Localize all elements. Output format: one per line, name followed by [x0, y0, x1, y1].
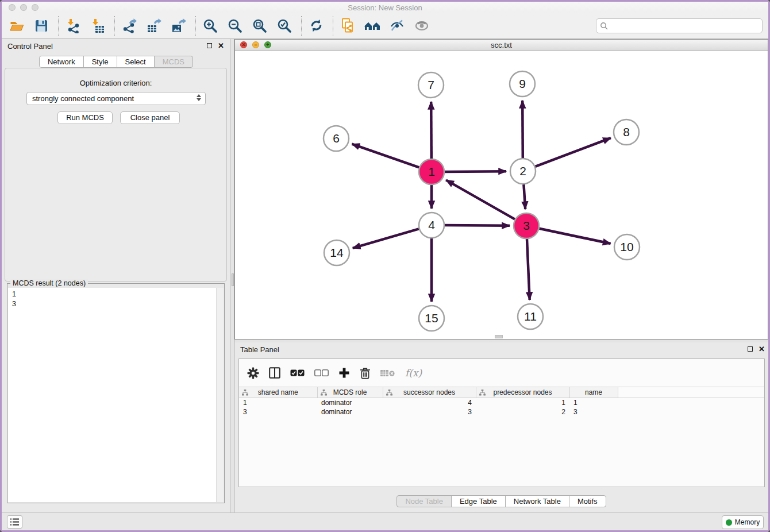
- import-table-icon[interactable]: [88, 17, 107, 35]
- duplicate-network-icon[interactable]: [338, 17, 357, 35]
- tab-mcds[interactable]: MCDS: [154, 56, 193, 68]
- zoom-selected-icon[interactable]: [275, 17, 294, 35]
- table-tab-node-table[interactable]: Node Table: [396, 495, 452, 507]
- graph-edge-3-10[interactable]: [540, 229, 611, 244]
- import-network-icon[interactable]: [64, 17, 82, 35]
- select-all-icon[interactable]: [290, 365, 305, 380]
- graph-node-2[interactable]: 2: [510, 159, 536, 184]
- network-overview-home-icon[interactable]: [363, 17, 382, 35]
- export-network-icon[interactable]: [120, 17, 138, 35]
- cell-shared-name[interactable]: 3: [239, 407, 317, 417]
- deselect-all-icon[interactable]: [314, 365, 329, 380]
- toolbar-separator: [333, 16, 333, 36]
- vertical-splitter[interactable]: [230, 39, 234, 512]
- table-tab-motifs[interactable]: Motifs: [569, 495, 606, 507]
- zoom-fit-icon[interactable]: [251, 17, 269, 35]
- column-header-mcds-role[interactable]: MCDS role: [317, 387, 383, 398]
- result-scrollbar[interactable]: [216, 288, 224, 502]
- column-header-successor-nodes[interactable]: successor nodes: [383, 387, 476, 398]
- cell-successor-nodes[interactable]: 4: [383, 398, 476, 407]
- export-image-icon[interactable]: [170, 17, 188, 35]
- toolbar-separator: [301, 16, 302, 36]
- graph-edge-2-8[interactable]: [536, 138, 611, 167]
- svg-text:10: 10: [620, 240, 633, 253]
- close-table-panel-icon[interactable]: ✕: [759, 345, 765, 353]
- graph-edge-4-3[interactable]: [445, 225, 510, 226]
- toolbar-separator: [195, 16, 196, 36]
- column-header-name[interactable]: name: [569, 387, 618, 398]
- graph-edge-1-7[interactable]: [431, 102, 432, 159]
- toggle-graphics-details-icon[interactable]: [388, 17, 406, 35]
- zoom-in-icon[interactable]: [201, 17, 220, 35]
- svg-text:15: 15: [425, 311, 438, 325]
- refresh-layout-icon[interactable]: [307, 17, 325, 35]
- save-session-icon[interactable]: [32, 17, 51, 35]
- svg-text:1: 1: [428, 165, 435, 178]
- settings-gear-icon[interactable]: [247, 365, 259, 380]
- zoom-out-icon[interactable]: [226, 17, 244, 35]
- graph-edge-3-11[interactable]: [527, 239, 530, 300]
- graph-node-9[interactable]: 9: [510, 71, 535, 97]
- table-panel: Table Panel ✕: [234, 342, 768, 512]
- column-header-shared-name[interactable]: shared name: [239, 387, 317, 398]
- tab-style[interactable]: Style: [83, 56, 117, 68]
- network-canvas[interactable]: 7968124314101511: [235, 51, 768, 339]
- cell-predecessor-nodes[interactable]: 2: [476, 407, 569, 417]
- cell-predecessor-nodes[interactable]: 1: [476, 398, 569, 407]
- close-panel-icon[interactable]: ✕: [218, 41, 224, 50]
- graph-node-8[interactable]: 8: [614, 119, 639, 145]
- delete-table-icon[interactable]: [380, 365, 395, 380]
- criterion-dropdown[interactable]: strongly connected component: [26, 92, 206, 105]
- column-header-predecessor-nodes[interactable]: predecessor nodes: [476, 387, 569, 398]
- delete-row-icon[interactable]: [360, 365, 371, 380]
- table-tab-network-table[interactable]: Network Table: [505, 495, 569, 507]
- open-session-icon[interactable]: [7, 17, 26, 35]
- cell-name[interactable]: 3: [569, 407, 618, 417]
- canvas-scroll-handle[interactable]: [495, 335, 503, 338]
- graph-node-11[interactable]: 11: [518, 304, 543, 329]
- graph-node-1[interactable]: 1: [419, 159, 444, 184]
- graph-node-15[interactable]: 15: [419, 306, 444, 331]
- table-tab-edge-table[interactable]: Edge Table: [451, 495, 506, 507]
- control-panel-tabs: NetworkStyleSelectMCDS: [2, 56, 230, 68]
- graph-edge-4-14[interactable]: [353, 229, 419, 248]
- add-row-icon[interactable]: [338, 365, 350, 380]
- tab-select[interactable]: Select: [117, 56, 155, 68]
- splitter-handle[interactable]: [232, 273, 234, 286]
- run-mcds-button[interactable]: Run MCDS: [57, 111, 113, 124]
- search-field[interactable]: [596, 18, 763, 33]
- cell-successor-nodes[interactable]: 3: [383, 407, 476, 417]
- graph-node-6[interactable]: 6: [324, 126, 349, 151]
- close-panel-button[interactable]: Close panel: [120, 111, 180, 124]
- column-layout-icon[interactable]: [269, 365, 280, 380]
- cell-name[interactable]: 1: [569, 398, 618, 407]
- graph-node-3[interactable]: 3: [514, 213, 539, 238]
- svg-text:2: 2: [519, 164, 526, 178]
- cell-mcds-role[interactable]: dominator: [317, 407, 383, 417]
- table-toolbar: f(x): [239, 359, 764, 387]
- cell-mcds-role[interactable]: dominator: [317, 398, 383, 407]
- float-panel-icon[interactable]: [207, 43, 212, 48]
- apply-function-icon[interactable]: f(x): [405, 365, 422, 380]
- graph-node-14[interactable]: 14: [324, 240, 349, 265]
- graph-node-4[interactable]: 4: [419, 213, 444, 238]
- table-row-2[interactable]: 3dominator323: [239, 407, 764, 417]
- graph-edge-2-3[interactable]: [523, 184, 525, 209]
- cell-shared-name[interactable]: 1: [239, 398, 317, 407]
- float-table-panel-icon[interactable]: [748, 346, 753, 352]
- task-history-button[interactable]: [7, 515, 22, 529]
- export-table-icon[interactable]: [145, 17, 163, 35]
- graph-edge-1-2[interactable]: [445, 171, 506, 172]
- mcds-result-area[interactable]: 13: [8, 288, 224, 502]
- network-window-titlebar[interactable]: ✕ − + scc.txt: [235, 40, 768, 51]
- search-input[interactable]: [609, 20, 762, 32]
- table-row-1[interactable]: 1dominator411: [239, 398, 764, 407]
- graph-edge-2-9[interactable]: [522, 101, 523, 158]
- graph-edge-1-6[interactable]: [352, 144, 419, 168]
- tab-network[interactable]: Network: [39, 56, 84, 68]
- graph-node-10[interactable]: 10: [614, 234, 640, 260]
- graph-edge-3-1[interactable]: [446, 180, 515, 219]
- memory-button[interactable]: Memory: [722, 515, 764, 529]
- graph-node-7[interactable]: 7: [418, 72, 444, 98]
- eye-icon[interactable]: [413, 17, 431, 35]
